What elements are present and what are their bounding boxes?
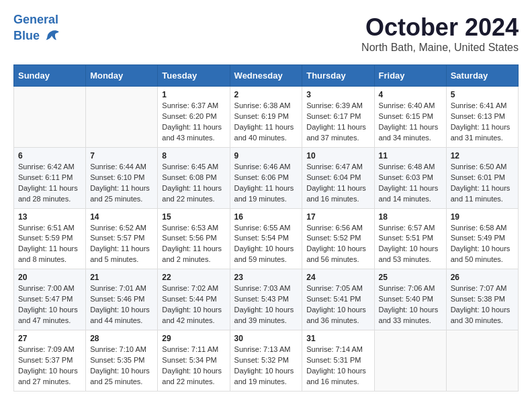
day-number: 18 xyxy=(379,212,442,222)
calendar-cell: 21Sunrise: 7:01 AM Sunset: 5:46 PM Dayli… xyxy=(86,269,158,330)
day-info: Sunrise: 6:51 AM Sunset: 5:59 PM Dayligh… xyxy=(18,223,81,266)
week-row-3: 13Sunrise: 6:51 AM Sunset: 5:59 PM Dayli… xyxy=(14,208,519,269)
day-number: 21 xyxy=(90,273,153,282)
day-info: Sunrise: 6:52 AM Sunset: 5:57 PM Dayligh… xyxy=(90,223,153,266)
day-info: Sunrise: 6:38 AM Sunset: 6:19 PM Dayligh… xyxy=(234,101,298,144)
day-info: Sunrise: 6:41 AM Sunset: 6:13 PM Dayligh… xyxy=(451,101,514,144)
day-info: Sunrise: 6:48 AM Sunset: 6:03 PM Dayligh… xyxy=(379,162,442,205)
calendar-subtitle: North Bath, Maine, United States xyxy=(361,42,519,54)
day-number: 20 xyxy=(18,273,81,282)
calendar-cell: 27Sunrise: 7:09 AM Sunset: 5:37 PM Dayli… xyxy=(14,330,86,392)
calendar-cell: 30Sunrise: 7:13 AM Sunset: 5:32 PM Dayli… xyxy=(230,330,302,392)
calendar-cell: 7Sunrise: 6:44 AM Sunset: 6:10 PM Daylig… xyxy=(86,147,158,208)
page-header: General Blue October 2024 North Bath, Ma… xyxy=(13,13,519,54)
column-header-friday: Friday xyxy=(374,65,446,87)
day-number: 27 xyxy=(18,334,81,343)
calendar-cell: 19Sunrise: 6:58 AM Sunset: 5:49 PM Dayli… xyxy=(446,208,518,269)
day-number: 19 xyxy=(451,212,514,222)
calendar-cell xyxy=(86,87,158,148)
calendar-cell: 18Sunrise: 6:57 AM Sunset: 5:51 PM Dayli… xyxy=(374,208,446,269)
calendar-cell: 13Sunrise: 6:51 AM Sunset: 5:59 PM Dayli… xyxy=(14,208,86,269)
day-info: Sunrise: 7:14 AM Sunset: 5:31 PM Dayligh… xyxy=(306,345,369,387)
day-info: Sunrise: 6:44 AM Sunset: 6:10 PM Dayligh… xyxy=(90,162,153,205)
day-info: Sunrise: 7:05 AM Sunset: 5:41 PM Dayligh… xyxy=(306,283,369,326)
day-number: 23 xyxy=(234,273,298,282)
logo-text2: Blue xyxy=(13,30,40,43)
title-block: October 2024 North Bath, Maine, United S… xyxy=(361,13,519,54)
calendar-cell: 26Sunrise: 7:07 AM Sunset: 5:38 PM Dayli… xyxy=(446,269,518,330)
day-info: Sunrise: 7:00 AM Sunset: 5:47 PM Dayligh… xyxy=(18,283,81,326)
day-number: 12 xyxy=(451,151,514,161)
day-info: Sunrise: 6:40 AM Sunset: 6:15 PM Dayligh… xyxy=(379,101,442,144)
day-number: 28 xyxy=(90,334,153,343)
day-number: 5 xyxy=(451,90,514,99)
day-info: Sunrise: 6:56 AM Sunset: 5:52 PM Dayligh… xyxy=(306,223,369,266)
week-row-4: 20Sunrise: 7:00 AM Sunset: 5:47 PM Dayli… xyxy=(14,269,519,330)
column-header-tuesday: Tuesday xyxy=(158,65,230,87)
calendar-cell: 2Sunrise: 6:38 AM Sunset: 6:19 PM Daylig… xyxy=(230,87,302,148)
day-info: Sunrise: 7:07 AM Sunset: 5:38 PM Dayligh… xyxy=(451,283,514,326)
day-number: 9 xyxy=(234,151,298,161)
calendar-cell: 4Sunrise: 6:40 AM Sunset: 6:15 PM Daylig… xyxy=(374,87,446,148)
calendar-cell: 10Sunrise: 6:47 AM Sunset: 6:04 PM Dayli… xyxy=(302,147,374,208)
day-number: 7 xyxy=(90,151,153,161)
logo-text: General xyxy=(13,13,61,27)
calendar-cell xyxy=(374,330,446,392)
logo-bird-icon xyxy=(42,27,61,46)
day-info: Sunrise: 7:02 AM Sunset: 5:44 PM Dayligh… xyxy=(162,283,225,326)
day-info: Sunrise: 7:13 AM Sunset: 5:32 PM Dayligh… xyxy=(234,345,298,387)
day-info: Sunrise: 7:10 AM Sunset: 5:35 PM Dayligh… xyxy=(90,345,153,387)
day-number: 31 xyxy=(306,334,369,343)
day-number: 10 xyxy=(306,151,369,161)
day-number: 17 xyxy=(306,212,369,222)
day-number: 15 xyxy=(162,212,225,222)
day-number: 1 xyxy=(162,90,225,99)
calendar-cell: 16Sunrise: 6:55 AM Sunset: 5:54 PM Dayli… xyxy=(230,208,302,269)
day-number: 24 xyxy=(306,273,369,282)
day-number: 29 xyxy=(162,334,225,343)
calendar-cell: 20Sunrise: 7:00 AM Sunset: 5:47 PM Dayli… xyxy=(14,269,86,330)
calendar-cell xyxy=(446,330,518,392)
day-info: Sunrise: 7:09 AM Sunset: 5:37 PM Dayligh… xyxy=(18,345,81,387)
column-header-wednesday: Wednesday xyxy=(230,65,302,87)
day-info: Sunrise: 6:42 AM Sunset: 6:11 PM Dayligh… xyxy=(18,162,81,205)
calendar-cell: 5Sunrise: 6:41 AM Sunset: 6:13 PM Daylig… xyxy=(446,87,518,148)
calendar-cell: 8Sunrise: 6:45 AM Sunset: 6:08 PM Daylig… xyxy=(158,147,230,208)
calendar-cell: 14Sunrise: 6:52 AM Sunset: 5:57 PM Dayli… xyxy=(86,208,158,269)
calendar-cell: 25Sunrise: 7:06 AM Sunset: 5:40 PM Dayli… xyxy=(374,269,446,330)
calendar-cell: 3Sunrise: 6:39 AM Sunset: 6:17 PM Daylig… xyxy=(302,87,374,148)
day-number: 4 xyxy=(379,90,442,99)
week-row-2: 6Sunrise: 6:42 AM Sunset: 6:11 PM Daylig… xyxy=(14,147,519,208)
calendar-cell: 24Sunrise: 7:05 AM Sunset: 5:41 PM Dayli… xyxy=(302,269,374,330)
day-info: Sunrise: 6:53 AM Sunset: 5:56 PM Dayligh… xyxy=(162,223,225,266)
calendar-cell: 11Sunrise: 6:48 AM Sunset: 6:03 PM Dayli… xyxy=(374,147,446,208)
day-info: Sunrise: 6:37 AM Sunset: 6:20 PM Dayligh… xyxy=(162,101,225,144)
column-header-saturday: Saturday xyxy=(446,65,518,87)
column-header-thursday: Thursday xyxy=(302,65,374,87)
calendar-cell: 15Sunrise: 6:53 AM Sunset: 5:56 PM Dayli… xyxy=(158,208,230,269)
day-number: 22 xyxy=(162,273,225,282)
day-number: 6 xyxy=(18,151,81,161)
day-number: 11 xyxy=(379,151,442,161)
day-info: Sunrise: 7:01 AM Sunset: 5:46 PM Dayligh… xyxy=(90,283,153,326)
calendar-cell: 22Sunrise: 7:02 AM Sunset: 5:44 PM Dayli… xyxy=(158,269,230,330)
day-number: 16 xyxy=(234,212,298,222)
calendar-cell: 6Sunrise: 6:42 AM Sunset: 6:11 PM Daylig… xyxy=(14,147,86,208)
logo: General Blue xyxy=(13,13,61,46)
day-info: Sunrise: 6:46 AM Sunset: 6:06 PM Dayligh… xyxy=(234,162,298,205)
day-number: 3 xyxy=(306,90,369,99)
calendar-cell: 9Sunrise: 6:46 AM Sunset: 6:06 PM Daylig… xyxy=(230,147,302,208)
calendar-cell: 23Sunrise: 7:03 AM Sunset: 5:43 PM Dayli… xyxy=(230,269,302,330)
day-info: Sunrise: 6:55 AM Sunset: 5:54 PM Dayligh… xyxy=(234,223,298,266)
calendar-cell: 17Sunrise: 6:56 AM Sunset: 5:52 PM Dayli… xyxy=(302,208,374,269)
day-info: Sunrise: 6:58 AM Sunset: 5:49 PM Dayligh… xyxy=(451,223,514,266)
week-row-1: 1Sunrise: 6:37 AM Sunset: 6:20 PM Daylig… xyxy=(14,87,519,148)
day-info: Sunrise: 6:39 AM Sunset: 6:17 PM Dayligh… xyxy=(306,101,369,144)
day-info: Sunrise: 7:06 AM Sunset: 5:40 PM Dayligh… xyxy=(379,283,442,326)
column-header-sunday: Sunday xyxy=(14,65,86,87)
day-info: Sunrise: 6:45 AM Sunset: 6:08 PM Dayligh… xyxy=(162,162,225,205)
calendar-cell xyxy=(14,87,86,148)
day-info: Sunrise: 6:57 AM Sunset: 5:51 PM Dayligh… xyxy=(379,223,442,266)
day-number: 2 xyxy=(234,90,298,99)
calendar-cell: 31Sunrise: 7:14 AM Sunset: 5:31 PM Dayli… xyxy=(302,330,374,392)
